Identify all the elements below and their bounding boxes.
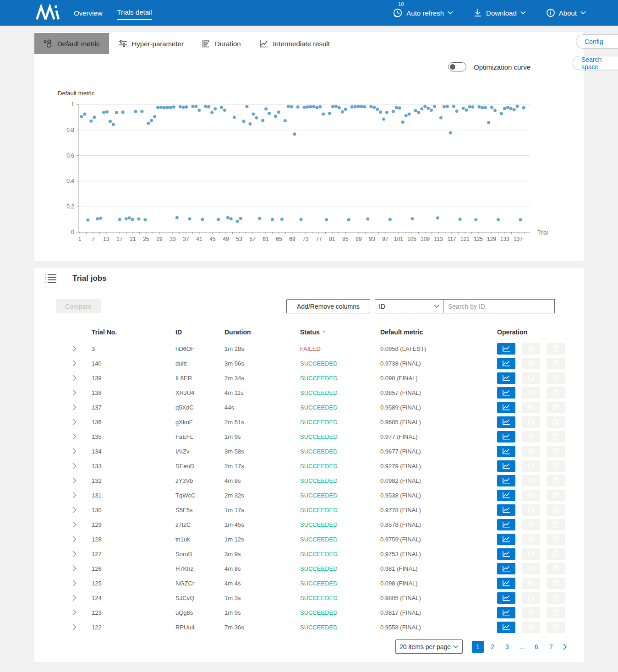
scatter-point[interactable]: [408, 112, 411, 115]
scatter-point[interactable]: [322, 112, 325, 115]
scatter-point[interactable]: [182, 106, 185, 109]
scatter-point[interactable]: [465, 109, 468, 112]
scatter-point[interactable]: [239, 217, 242, 220]
copy-parameters-button[interactable]: [547, 387, 565, 399]
scatter-point[interactable]: [306, 105, 309, 109]
scatter-point[interactable]: [385, 111, 388, 114]
expand-row-chevron[interactable]: [72, 595, 77, 601]
copy-parameters-button[interactable]: [547, 548, 565, 560]
show-intermediate-result-button[interactable]: [497, 578, 515, 589]
scatter-point[interactable]: [159, 106, 163, 109]
scatter-point[interactable]: [207, 105, 210, 109]
scatter-point[interactable]: [474, 218, 477, 221]
expand-row-chevron[interactable]: [72, 360, 77, 366]
scatter-point[interactable]: [363, 105, 366, 109]
tab-default-metric[interactable]: Default metric: [34, 33, 109, 54]
scatter-point[interactable]: [194, 105, 197, 108]
expand-row-chevron[interactable]: [72, 580, 77, 586]
expand-row-chevron[interactable]: [72, 419, 77, 425]
scatter-point[interactable]: [366, 217, 369, 220]
scatter-point[interactable]: [220, 106, 223, 109]
scatter-point[interactable]: [96, 217, 99, 220]
scatter-point[interactable]: [405, 114, 408, 117]
scatter-point[interactable]: [411, 217, 414, 220]
scatter-point[interactable]: [477, 105, 481, 109]
scatter-point[interactable]: [109, 120, 112, 123]
show-intermediate-result-button[interactable]: [497, 446, 515, 457]
scatter-point[interactable]: [236, 220, 239, 223]
show-intermediate-result-button[interactable]: [497, 519, 515, 530]
scatter-point[interactable]: [86, 219, 89, 222]
scatter-point[interactable]: [204, 105, 207, 108]
scatter-point[interactable]: [197, 109, 201, 112]
scatter-point[interactable]: [230, 217, 233, 220]
scatter-point[interactable]: [125, 217, 128, 220]
scatter-point[interactable]: [179, 105, 182, 109]
scatter-point[interactable]: [284, 119, 287, 122]
scatter-point[interactable]: [481, 106, 484, 109]
items-per-page-select[interactable]: 20 items per page: [395, 639, 463, 654]
scatter-point[interactable]: [500, 112, 503, 115]
scatter-point[interactable]: [401, 120, 405, 124]
show-intermediate-result-button[interactable]: [497, 372, 515, 384]
show-intermediate-result-button[interactable]: [497, 534, 515, 545]
show-intermediate-result-button[interactable]: [497, 387, 515, 399]
kill-job-button[interactable]: [522, 416, 540, 428]
kill-job-button[interactable]: [522, 372, 540, 384]
scatter-point[interactable]: [449, 131, 452, 134]
expand-row-chevron[interactable]: [72, 404, 77, 410]
kill-job-button[interactable]: [522, 563, 540, 574]
scatter-point[interactable]: [509, 107, 513, 110]
scatter-point[interactable]: [462, 107, 465, 110]
scatter-point[interactable]: [468, 105, 471, 109]
scatter-point[interactable]: [382, 118, 385, 121]
scatter-point[interactable]: [89, 120, 93, 123]
kill-job-button[interactable]: [522, 460, 540, 472]
scatter-point[interactable]: [427, 107, 430, 110]
scatter-point[interactable]: [128, 216, 131, 219]
show-intermediate-result-button[interactable]: [497, 460, 515, 472]
copy-parameters-button[interactable]: [547, 490, 565, 501]
kill-job-button[interactable]: [522, 358, 540, 369]
col-status[interactable]: Status↑: [300, 328, 380, 336]
nav-overview[interactable]: Overview: [74, 7, 103, 19]
scatter-point[interactable]: [439, 116, 443, 120]
about-menu[interactable]: About: [546, 8, 586, 17]
copy-parameters-button[interactable]: [547, 431, 565, 443]
scatter-point[interactable]: [493, 109, 497, 112]
copy-parameters-button[interactable]: [547, 372, 565, 384]
scatter-point[interactable]: [455, 109, 459, 113]
copy-parameters-button[interactable]: [547, 607, 565, 618]
kill-job-button[interactable]: [522, 548, 540, 560]
expand-row-chevron[interactable]: [72, 507, 77, 513]
scatter-point[interactable]: [420, 107, 423, 110]
scatter-point[interactable]: [302, 106, 306, 109]
copy-parameters-button[interactable]: [547, 343, 565, 355]
expand-row-chevron[interactable]: [72, 551, 77, 557]
scatter-point[interactable]: [188, 217, 191, 220]
scatter-point[interactable]: [522, 106, 525, 109]
scatter-point[interactable]: [433, 105, 436, 108]
expand-row-chevron[interactable]: [72, 375, 77, 381]
scatter-point[interactable]: [217, 218, 220, 221]
kill-job-button[interactable]: [522, 343, 540, 355]
scatter-point[interactable]: [459, 218, 462, 221]
copy-parameters-button[interactable]: [547, 592, 565, 604]
next-page-button[interactable]: [560, 644, 570, 650]
show-intermediate-result-button[interactable]: [497, 416, 515, 428]
scatter-point[interactable]: [255, 116, 258, 120]
optimization-curve-toggle[interactable]: [448, 62, 466, 71]
scatter-point[interactable]: [516, 104, 519, 108]
copy-parameters-button[interactable]: [547, 578, 565, 589]
scatter-point[interactable]: [484, 106, 487, 109]
scatter-point[interactable]: [315, 106, 318, 109]
tab-duration[interactable]: Duration: [193, 33, 250, 54]
scatter-point[interactable]: [452, 105, 455, 108]
scatter-point[interactable]: [350, 105, 354, 109]
scatter-point[interactable]: [175, 216, 179, 219]
scatter-point[interactable]: [140, 110, 143, 113]
scatter-point[interactable]: [134, 110, 137, 113]
scatter-point[interactable]: [223, 109, 226, 112]
expand-row-chevron[interactable]: [72, 477, 77, 484]
scatter-point[interactable]: [118, 218, 121, 221]
